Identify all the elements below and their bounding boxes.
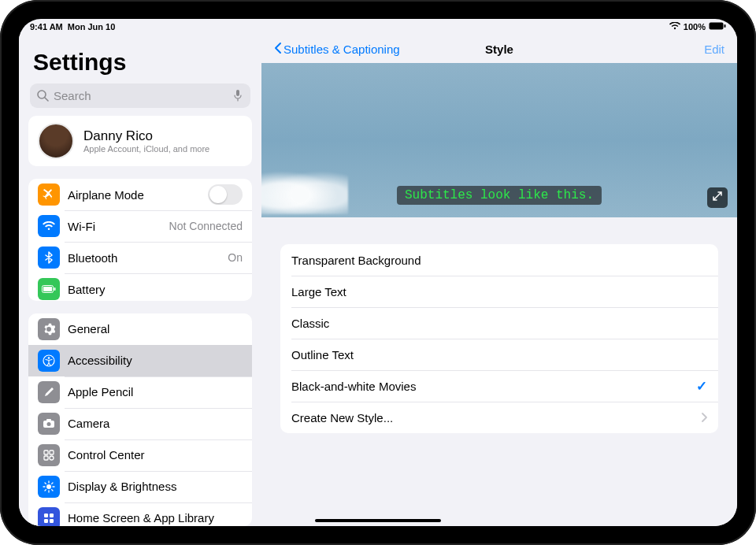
style-list: Transparent Background Large Text Classi… [280, 244, 718, 433]
svg-rect-1 [724, 24, 726, 28]
svg-line-3 [45, 98, 48, 101]
search-input[interactable]: Search [30, 83, 250, 108]
svg-line-24 [45, 489, 46, 490]
wifi-icon [38, 215, 60, 237]
sidebar-item-wifi[interactable]: Wi-Fi Not Connected [28, 210, 252, 242]
sidebar-item-home-screen[interactable]: Home Screen & App Library [28, 502, 252, 526]
status-date: Mon Jun 10 [68, 22, 116, 32]
home-icon [38, 507, 60, 526]
control-center-icon [38, 444, 60, 466]
sidebar-item-battery[interactable]: Battery [28, 273, 252, 300]
edit-button[interactable]: Edit [704, 43, 724, 56]
sidebar-item-label: Accessibility [68, 354, 243, 367]
search-placeholder: Search [54, 89, 91, 102]
pencil-icon [38, 381, 60, 403]
detail-pane: Subtitles & Captioning Style Edit Subtit… [261, 35, 737, 526]
svg-line-23 [52, 489, 53, 490]
sidebar-item-label: Camera [68, 417, 243, 430]
svg-rect-6 [43, 287, 52, 291]
nav-bar: Subtitles & Captioning Style Edit [261, 35, 737, 63]
sidebar-item-label: Battery [68, 283, 243, 296]
account-name: Danny Rico [83, 128, 209, 144]
sidebar-item-general[interactable]: General [28, 313, 252, 345]
detail-title: Style [485, 43, 513, 56]
cloud-decoration [261, 167, 348, 214]
expand-button[interactable] [707, 187, 728, 208]
svg-rect-15 [44, 456, 48, 460]
chevron-left-icon [274, 42, 282, 57]
page-title: Settings [28, 35, 252, 80]
sidebar-item-pencil[interactable]: Apple Pencil [28, 376, 252, 408]
sidebar-item-accessibility[interactable]: Accessibility [28, 345, 252, 376]
svg-rect-14 [50, 450, 54, 454]
sidebar: Settings Search Danny Rico Apple Acc [19, 35, 261, 526]
display-icon [38, 476, 60, 498]
sidebar-item-label: Display & Brightness [68, 480, 243, 493]
subtitle-preview: Subtitles look like this. [261, 63, 737, 217]
back-label: Subtitles & Captioning [284, 43, 400, 56]
microphone-icon[interactable] [233, 89, 244, 102]
sidebar-item-label: Airplane Mode [68, 188, 208, 202]
sidebar-item-camera[interactable]: Camera [28, 408, 252, 439]
account-subtitle: Apple Account, iCloud, and more [83, 144, 209, 154]
status-time: 9:41 AM [30, 22, 63, 32]
bluetooth-icon [38, 247, 60, 269]
camera-icon [38, 413, 60, 435]
wifi-icon [669, 22, 680, 32]
ipad-frame: 9:41 AM Mon Jun 10 100% Settings [0, 0, 756, 545]
back-button[interactable]: Subtitles & Captioning [274, 42, 400, 57]
svg-rect-7 [54, 287, 56, 291]
style-option-selected[interactable]: Black-and-white Movies ✓ [280, 370, 718, 402]
svg-rect-29 [50, 519, 54, 523]
svg-rect-26 [44, 513, 48, 517]
status-bar: 9:41 AM Mon Jun 10 100% [19, 19, 737, 35]
svg-rect-0 [710, 23, 724, 30]
sidebar-item-label: Bluetooth [68, 251, 228, 265]
svg-rect-4 [236, 90, 239, 96]
style-option[interactable]: Large Text [280, 276, 718, 307]
style-option-label: Black-and-white Movies [291, 380, 696, 393]
style-option[interactable]: Transparent Background [280, 244, 718, 276]
home-indicator[interactable] [315, 519, 441, 522]
battery-icon [38, 278, 60, 300]
sidebar-group-connectivity: Airplane Mode Wi-Fi Not Connected [28, 179, 252, 300]
sidebar-group-general: General Accessibility Apple Pencil [28, 313, 252, 526]
style-option-label: Outline Text [291, 348, 707, 361]
sidebar-item-bluetooth[interactable]: Bluetooth On [28, 242, 252, 273]
style-option-label: Transparent Background [291, 254, 707, 267]
account-row[interactable]: Danny Rico Apple Account, iCloud, and mo… [28, 116, 252, 166]
airplane-toggle[interactable] [208, 184, 243, 205]
airplane-icon [38, 184, 60, 206]
checkmark-icon: ✓ [696, 378, 707, 395]
sidebar-item-airplane[interactable]: Airplane Mode [28, 179, 252, 210]
svg-rect-13 [44, 450, 48, 454]
accessibility-icon [38, 350, 60, 372]
svg-rect-28 [44, 519, 48, 523]
subtitle-sample-text: Subtitles look like this. [397, 186, 602, 205]
svg-line-22 [45, 483, 46, 484]
svg-line-25 [52, 483, 53, 484]
sidebar-item-label: Wi-Fi [68, 220, 169, 233]
search-icon [36, 89, 49, 102]
style-option[interactable]: Outline Text [280, 339, 718, 370]
battery-percent: 100% [684, 22, 706, 32]
battery-icon [709, 22, 726, 32]
sidebar-item-control-center[interactable]: Control Center [28, 439, 252, 471]
sidebar-item-display[interactable]: Display & Brightness [28, 471, 252, 502]
svg-point-16 [50, 456, 54, 460]
wifi-status: Not Connected [169, 220, 243, 232]
gear-icon [38, 318, 60, 340]
expand-icon [712, 191, 723, 205]
svg-point-17 [46, 484, 51, 489]
svg-rect-12 [46, 419, 51, 421]
create-new-style[interactable]: Create New Style... [280, 402, 718, 433]
svg-point-9 [48, 357, 50, 359]
bluetooth-status: On [228, 251, 243, 264]
style-option[interactable]: Classic [280, 307, 718, 339]
sidebar-item-label: Control Center [68, 448, 243, 462]
sidebar-item-label: General [68, 322, 243, 336]
screen: 9:41 AM Mon Jun 10 100% Settings [19, 19, 737, 526]
svg-rect-27 [50, 513, 54, 517]
create-new-label: Create New Style... [291, 411, 701, 425]
style-option-label: Classic [291, 317, 707, 330]
